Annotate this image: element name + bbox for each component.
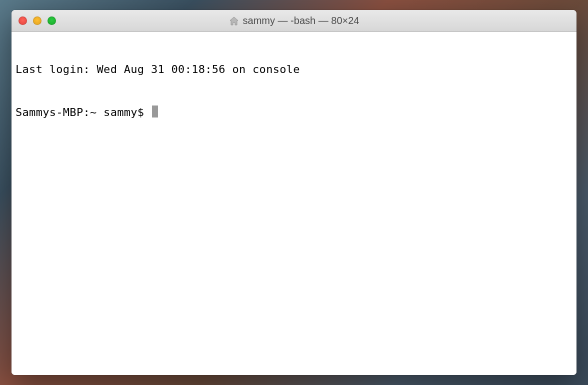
window-title-container: sammy — -bash — 80×24	[12, 15, 576, 26]
minimize-button[interactable]	[33, 16, 42, 25]
home-folder-icon	[229, 16, 239, 26]
text-cursor	[152, 106, 158, 118]
window-title: sammy — -bash — 80×24	[243, 15, 360, 26]
window-titlebar[interactable]: sammy — -bash — 80×24	[12, 10, 576, 32]
last-login-line: Last login: Wed Aug 31 00:18:56 on conso…	[16, 62, 572, 76]
prompt-line: Sammys-MBP:~ sammy$	[16, 104, 572, 120]
window-controls	[12, 16, 56, 25]
terminal-window: sammy — -bash — 80×24 Last login: Wed Au…	[12, 10, 576, 375]
terminal-content[interactable]: Last login: Wed Aug 31 00:18:56 on conso…	[12, 32, 576, 375]
zoom-button[interactable]	[48, 16, 56, 25]
shell-prompt: Sammys-MBP:~ sammy$	[16, 106, 151, 120]
close-button[interactable]	[18, 16, 27, 25]
